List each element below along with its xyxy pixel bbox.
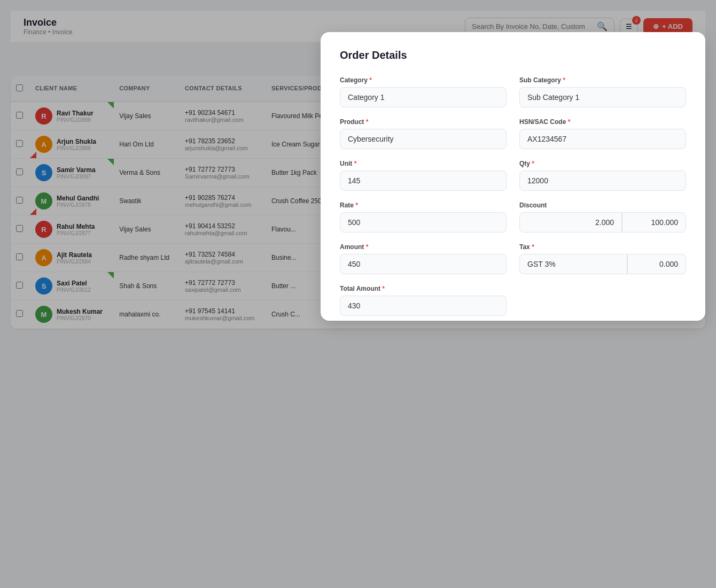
form-group-subcategory: Sub Category *	[519, 76, 686, 107]
amount-input[interactable]	[340, 254, 507, 274]
unit-input[interactable]	[340, 171, 507, 191]
discount-label: Discount	[519, 202, 686, 209]
rate-label: Rate *	[340, 202, 507, 209]
subcategory-input[interactable]	[519, 87, 686, 107]
form-group-discount: Discount	[519, 202, 686, 233]
form-row-unit: Unit * Qty *	[340, 160, 686, 191]
product-input[interactable]	[340, 129, 507, 149]
discount-inputs	[519, 212, 686, 233]
form-group-product: Product *	[340, 118, 507, 149]
qty-label: Qty *	[519, 160, 686, 167]
hsn-input[interactable]	[519, 129, 686, 149]
amount-label: Amount *	[340, 243, 507, 251]
subcategory-label: Sub Category *	[519, 76, 686, 84]
discount-input-1[interactable]	[519, 212, 622, 233]
total-amount-label: Total Amount *	[340, 285, 507, 292]
order-details-modal: Order Details Category * Sub Category * …	[321, 32, 705, 321]
rate-input[interactable]	[340, 212, 507, 233]
form-row-category: Category * Sub Category *	[340, 76, 686, 107]
category-input[interactable]	[340, 87, 507, 107]
product-label: Product *	[340, 118, 507, 126]
modal-title: Order Details	[340, 49, 686, 61]
category-label: Category *	[340, 76, 507, 84]
form-group-category: Category *	[340, 76, 507, 107]
discount-input-2[interactable]	[622, 212, 686, 233]
total-amount-input[interactable]	[340, 296, 507, 316]
tax-inputs	[519, 254, 686, 274]
form-group-total-spacer	[519, 285, 686, 316]
unit-label: Unit *	[340, 160, 507, 167]
form-group-total: Total Amount *	[340, 285, 507, 316]
hsn-label: HSN/SAC Code *	[519, 118, 686, 126]
form-group-qty: Qty *	[519, 160, 686, 191]
form-row-total: Total Amount *	[340, 285, 686, 316]
form-group-tax: Tax *	[519, 243, 686, 274]
form-group-unit: Unit *	[340, 160, 507, 191]
tax-input-2[interactable]	[627, 254, 686, 274]
form-group-hsn: HSN/SAC Code *	[519, 118, 686, 149]
tax-label: Tax *	[519, 243, 686, 251]
qty-input[interactable]	[519, 171, 686, 191]
form-row-product: Product * HSN/SAC Code *	[340, 118, 686, 149]
form-row-amount: Amount * Tax *	[340, 243, 686, 274]
modal-overlay: Order Details Category * Sub Category * …	[0, 0, 716, 588]
form-row-rate: Rate * Discount	[340, 202, 686, 233]
form-group-rate: Rate *	[340, 202, 507, 233]
form-group-amount: Amount *	[340, 243, 507, 274]
tax-input-1[interactable]	[519, 254, 627, 274]
